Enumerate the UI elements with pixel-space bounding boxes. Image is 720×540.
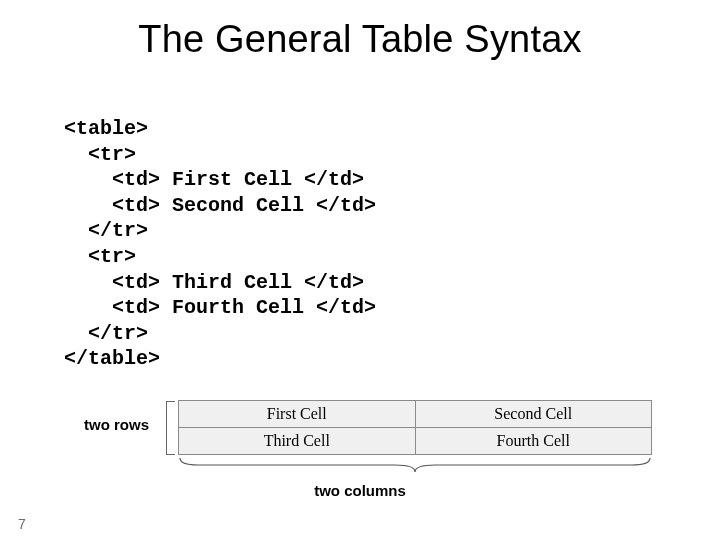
slide-title: The General Table Syntax [0, 18, 720, 61]
table-cell: First Cell [179, 401, 416, 428]
code-block: <table> <tr> <td> First Cell </td> <td> … [64, 116, 376, 372]
slide-number: 7 [18, 516, 26, 532]
table-row: First Cell Second Cell [179, 401, 652, 428]
rendered-table: First Cell Second Cell Third Cell Fourth… [178, 400, 652, 455]
table-cell: Third Cell [179, 428, 416, 455]
table-cell: Second Cell [415, 401, 652, 428]
two-rows-label: two rows [84, 416, 149, 433]
table-row: Third Cell Fourth Cell [179, 428, 652, 455]
column-brace-icon [178, 456, 652, 474]
table-cell: Fourth Cell [415, 428, 652, 455]
row-bracket-icon [166, 401, 175, 455]
two-columns-label: two columns [0, 482, 720, 499]
